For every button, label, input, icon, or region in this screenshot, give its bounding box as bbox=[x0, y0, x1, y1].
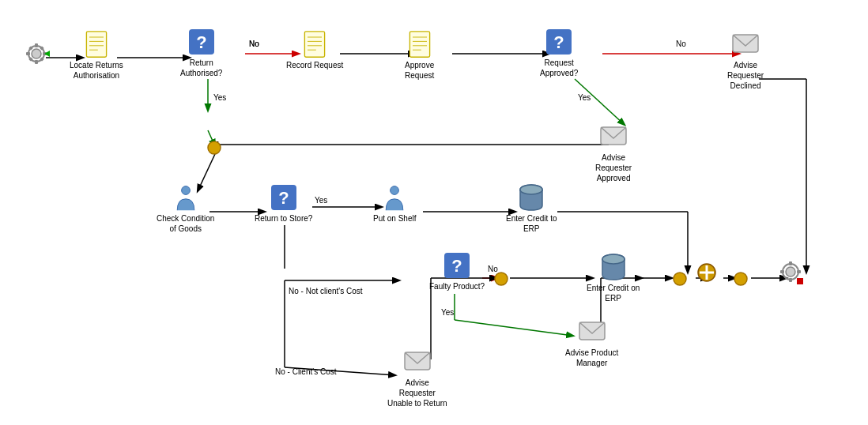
advise-product-mgr-label: Advise ProductManager bbox=[565, 348, 618, 368]
return-to-store-node: ? Return to Store? bbox=[255, 183, 312, 224]
svg-point-78 bbox=[495, 273, 508, 285]
svg-rect-38 bbox=[35, 60, 38, 64]
merge-circle-2 bbox=[494, 272, 508, 286]
record-request-node: Record Request bbox=[286, 30, 343, 70]
record-request-label: Record Request bbox=[286, 60, 343, 70]
advise-product-mgr-node: Advise ProductManager bbox=[565, 318, 618, 368]
request-approved-label: RequestApproved? bbox=[540, 58, 578, 78]
svg-point-73 bbox=[520, 185, 542, 194]
put-on-shelf-label: Put on Shelf bbox=[373, 213, 416, 224]
svg-rect-53 bbox=[305, 32, 325, 57]
approve-request-node: ApproveRequest bbox=[405, 30, 434, 81]
merge-circle-1 bbox=[207, 141, 221, 155]
svg-text:?: ? bbox=[278, 188, 289, 208]
start-node bbox=[22, 39, 51, 68]
faulty-product-node: ? Faulty Product? bbox=[429, 251, 485, 291]
check-condition-label: Check Conditionof Goods bbox=[157, 213, 214, 234]
no-not-clients-cost-label: No - Not client's Cost bbox=[289, 284, 363, 296]
svg-text:?: ? bbox=[196, 32, 206, 52]
merge-circle-3 bbox=[673, 272, 687, 286]
advise-approved-node: AdviseRequesterApproved bbox=[595, 122, 632, 183]
return-to-store-label: Return to Store? bbox=[255, 213, 312, 224]
svg-rect-58 bbox=[409, 32, 429, 57]
advise-unable-label: AdviseRequesterUnable to Return bbox=[387, 378, 447, 408]
svg-rect-90 bbox=[780, 270, 784, 273]
request-approved-node: ? RequestApproved? bbox=[540, 28, 578, 78]
no-label-1: No bbox=[249, 39, 259, 48]
svg-point-36 bbox=[32, 49, 41, 58]
no-label-2: No bbox=[676, 39, 686, 48]
enter-credit-erp-label: Enter Credit toERP bbox=[506, 213, 557, 234]
no-not-clients-label: No - Not client's Cost bbox=[289, 286, 363, 296]
put-on-shelf-node: Put on Shelf bbox=[373, 183, 416, 224]
svg-rect-46 bbox=[86, 32, 106, 57]
svg-point-66 bbox=[208, 141, 221, 154]
svg-point-71 bbox=[391, 186, 399, 195]
svg-rect-91 bbox=[797, 270, 801, 273]
enter-credit-erp-node: Enter Credit toERP bbox=[506, 183, 557, 234]
svg-rect-37 bbox=[35, 43, 38, 47]
enter-credit-on-erp-node: Enter Credit onERP bbox=[587, 253, 640, 303]
svg-marker-45 bbox=[44, 51, 50, 57]
svg-point-83 bbox=[734, 273, 747, 285]
enter-credit-on-erp-label: Enter Credit onERP bbox=[587, 283, 640, 303]
svg-point-68 bbox=[181, 186, 190, 195]
svg-point-87 bbox=[786, 267, 795, 276]
no-clients-cost-label: No - Client's Cost bbox=[275, 365, 337, 377]
advise-declined-label: AdviseRequesterDeclined bbox=[727, 60, 764, 91]
merge-circle-4 bbox=[734, 272, 748, 286]
svg-rect-39 bbox=[26, 52, 30, 55]
svg-rect-88 bbox=[789, 261, 792, 265]
svg-line-9 bbox=[575, 79, 625, 125]
process-canvas: No No No Yes Yes Yes No Yes bbox=[0, 0, 868, 425]
yes-label-4: Yes bbox=[441, 308, 454, 317]
return-authorised-node: ? ReturnAuthorised? bbox=[180, 28, 222, 78]
faulty-product-label: Faulty Product? bbox=[429, 281, 485, 291]
svg-line-23 bbox=[455, 320, 573, 336]
advise-approved-label: AdviseRequesterApproved bbox=[595, 152, 632, 183]
locate-label: Locate ReturnsAuthorisation bbox=[70, 60, 123, 81]
yes-label-1: Yes bbox=[213, 93, 226, 102]
end-node bbox=[776, 258, 805, 286]
no-clients-label: No - Client's Cost bbox=[275, 367, 337, 377]
yes-label-3: Yes bbox=[315, 196, 327, 205]
svg-point-77 bbox=[602, 254, 625, 264]
svg-rect-92 bbox=[797, 278, 803, 284]
check-condition-node: Check Conditionof Goods bbox=[157, 183, 214, 234]
svg-rect-89 bbox=[789, 278, 792, 282]
return-authorised-label: ReturnAuthorised? bbox=[180, 58, 222, 78]
svg-text:?: ? bbox=[553, 32, 564, 52]
yes-label-2: Yes bbox=[578, 93, 591, 102]
approve-request-label: ApproveRequest bbox=[405, 60, 434, 81]
locate-returns-node: Locate ReturnsAuthorisation bbox=[70, 30, 123, 81]
svg-text:?: ? bbox=[451, 256, 462, 276]
svg-point-79 bbox=[674, 273, 686, 285]
advise-declined-node: AdviseRequesterDeclined bbox=[727, 30, 764, 91]
gateway-node bbox=[697, 263, 716, 282]
advise-unable-node: AdviseRequesterUnable to Return bbox=[387, 348, 447, 408]
